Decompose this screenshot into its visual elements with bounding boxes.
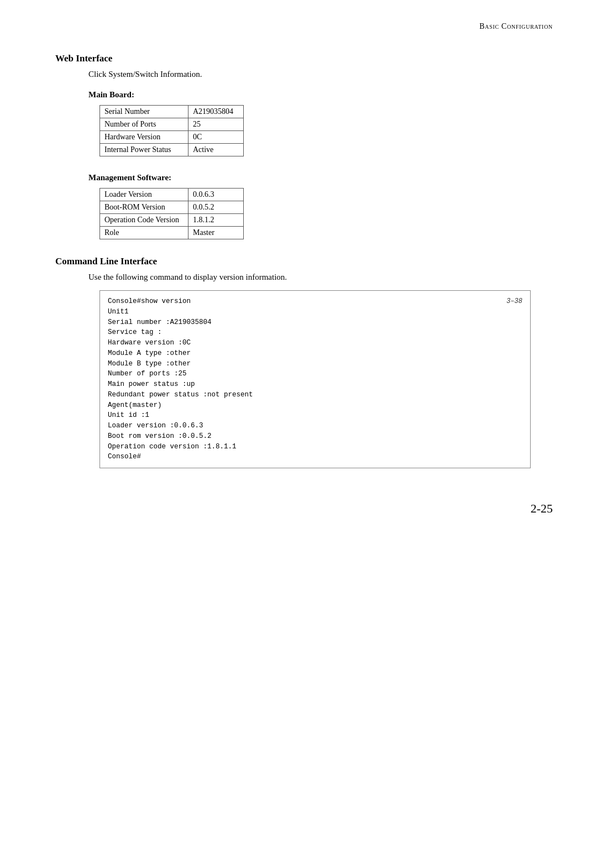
code-line: Operation code version :1.8.1.1 xyxy=(108,442,522,452)
code-line: Serial number :A219035804 xyxy=(108,317,522,328)
code-line: Module B type :other xyxy=(108,359,522,369)
code-line: Loader version :0.0.6.3 xyxy=(108,421,522,431)
row-value: Active xyxy=(188,144,244,156)
main-board-table: Serial NumberA219035804Number of Ports25… xyxy=(100,105,244,156)
cli-intro-text: Use the following command to display ver… xyxy=(88,273,553,282)
row-label: Internal Power Status xyxy=(100,144,188,156)
code-line: Service tag : xyxy=(108,327,522,338)
row-label: Role xyxy=(100,227,188,239)
table-row: Hardware Version0C xyxy=(100,131,244,144)
cli-section-title: Command Line Interface xyxy=(55,256,553,267)
header-basic: Basic xyxy=(479,22,499,30)
page-number: 2-25 xyxy=(55,501,553,516)
table-row: Internal Power StatusActive xyxy=(100,144,244,156)
row-label: Operation Code Version xyxy=(100,214,188,227)
table-row: Boot-ROM Version0.0.5.2 xyxy=(100,201,244,214)
row-label: Number of Ports xyxy=(100,118,188,131)
table-row: RoleMaster xyxy=(100,227,244,239)
code-line: Hardware version :0C xyxy=(108,338,522,348)
code-line: Boot rom version :0.0.5.2 xyxy=(108,431,522,442)
code-line: Unit1 xyxy=(108,307,522,317)
row-value: Master xyxy=(188,227,244,239)
code-first-line: Console#show version 3–38 xyxy=(108,296,522,307)
code-first-command: Console#show version xyxy=(108,296,191,307)
main-board-title: Main Board: xyxy=(88,90,553,100)
web-interface-intro: Click System/Switch Information. xyxy=(88,70,553,79)
web-interface-title: Web Interface xyxy=(55,53,553,64)
table-row: Serial NumberA219035804 xyxy=(100,106,244,118)
code-line: Redundant power status :not present xyxy=(108,390,522,400)
code-lines: Unit1 Serial number :A219035804 Service … xyxy=(108,307,522,462)
code-block: Console#show version 3–38 Unit1 Serial n… xyxy=(100,290,531,468)
code-line: Module A type :other xyxy=(108,348,522,359)
code-line: Agent(master) xyxy=(108,400,522,411)
row-label: Serial Number xyxy=(100,106,188,118)
row-value: 0C xyxy=(188,131,244,144)
row-value: 0.0.6.3 xyxy=(188,189,244,201)
code-line: Main power status :up xyxy=(108,379,522,390)
row-value: A219035804 xyxy=(188,106,244,118)
code-line: Console# xyxy=(108,452,522,462)
row-value: 1.8.1.2 xyxy=(188,214,244,227)
code-line: Unit id :1 xyxy=(108,410,522,421)
row-label: Loader Version xyxy=(100,189,188,201)
code-reference: 3–38 xyxy=(506,296,522,307)
page-header: Basic Configuration xyxy=(55,22,553,31)
table-row: Loader Version0.0.6.3 xyxy=(100,189,244,201)
row-label: Hardware Version xyxy=(100,131,188,144)
row-label: Boot-ROM Version xyxy=(100,201,188,214)
table-row: Operation Code Version1.8.1.2 xyxy=(100,214,244,227)
header-config: Configuration xyxy=(501,22,553,30)
management-software-table: Loader Version0.0.6.3Boot-ROM Version0.0… xyxy=(100,188,244,239)
row-value: 25 xyxy=(188,118,244,131)
row-value: 0.0.5.2 xyxy=(188,201,244,214)
management-software-title: Management Software: xyxy=(88,173,553,182)
table-row: Number of Ports25 xyxy=(100,118,244,131)
code-line: Number of ports :25 xyxy=(108,369,522,379)
